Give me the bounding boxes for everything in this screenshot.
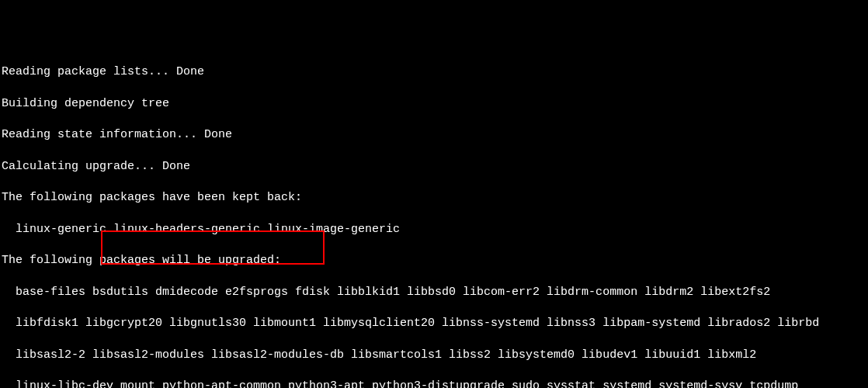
terminal-line: Calculating upgrade... Done	[2, 159, 866, 175]
terminal-line: Reading state information... Done	[2, 127, 866, 143]
terminal-line: libsasl2-2 libsasl2-modules libsasl2-mod…	[2, 348, 866, 363]
terminal-line: libfdisk1 libgcrypt20 libgnutls30 libmou…	[2, 316, 866, 331]
terminal-line: linux-libc-dev mount python-apt-common p…	[2, 379, 866, 388]
terminal-line: The following packages have been kept ba…	[2, 190, 866, 206]
terminal-line: Building dependency tree	[2, 96, 866, 112]
terminal-line: base-files bsdutils dmidecode e2fsprogs …	[2, 285, 866, 300]
terminal-line: linux-generic linux-headers-generic linu…	[2, 222, 866, 237]
terminal-line: Reading package lists... Done	[2, 64, 866, 80]
terminal-line: The following packages will be upgraded:	[2, 253, 866, 268]
